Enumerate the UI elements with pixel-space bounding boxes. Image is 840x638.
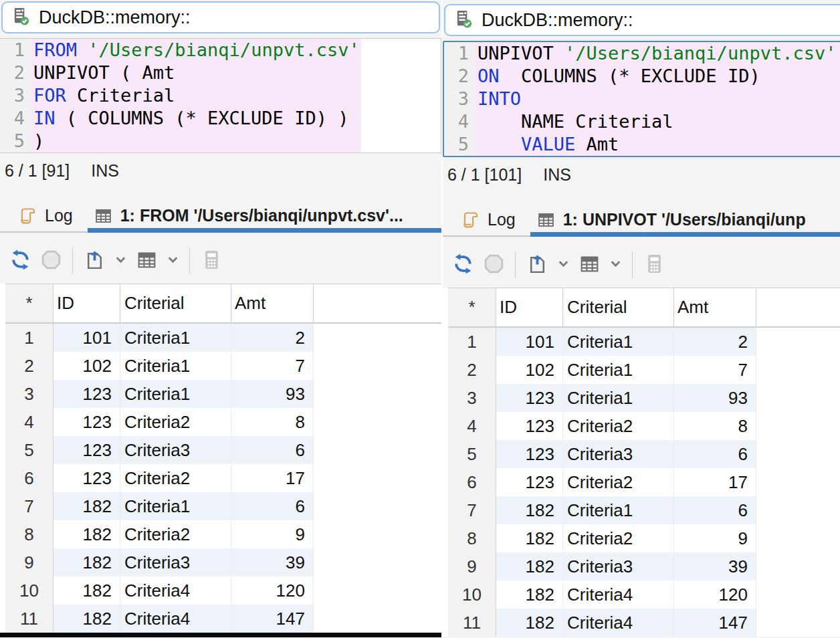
view-options-button[interactable] (133, 247, 160, 274)
cell[interactable]: 8 (231, 408, 314, 436)
sql-editor[interactable]: 1UNPIVOT '/Users/bianqi/unpvt.csv'2ON CO… (443, 41, 840, 157)
cell[interactable]: Criteria2 (563, 412, 674, 440)
cell[interactable]: Criteria1 (563, 328, 674, 356)
column-header-rows[interactable]: * (448, 288, 496, 326)
row-number[interactable]: 7 (448, 496, 496, 524)
export-options-button[interactable] (112, 247, 129, 274)
tab-log[interactable]: Log (0, 198, 88, 233)
refresh-button[interactable] (449, 251, 476, 278)
row-number[interactable]: 8 (5, 520, 54, 548)
cell[interactable]: 123 (54, 380, 120, 408)
cell[interactable]: 102 (496, 356, 563, 384)
cell[interactable]: Criteria1 (120, 492, 231, 520)
cell[interactable]: 39 (231, 548, 314, 576)
cell[interactable]: 182 (496, 496, 563, 524)
cell[interactable]: Criteria1 (120, 352, 231, 380)
cell[interactable]: Criteria1 (563, 496, 674, 524)
connection-selector[interactable]: DuckDB::memory:: (1, 1, 440, 33)
column-header-rows[interactable]: * (5, 284, 54, 322)
row-number[interactable]: 10 (5, 576, 54, 605)
column-header-id[interactable]: ID (54, 284, 120, 322)
cell[interactable]: 123 (54, 436, 120, 464)
row-number[interactable]: 6 (5, 464, 54, 492)
refresh-button[interactable] (7, 247, 33, 274)
cell[interactable]: Criteria2 (563, 524, 674, 552)
cell[interactable]: 102 (54, 352, 120, 380)
cell[interactable]: 9 (674, 524, 756, 552)
row-number[interactable]: 9 (448, 552, 496, 580)
cell[interactable]: 93 (231, 380, 314, 408)
cell[interactable]: 93 (674, 384, 756, 412)
cell[interactable]: Criteria4 (120, 576, 231, 605)
row-number[interactable]: 3 (5, 380, 54, 408)
cell[interactable]: 101 (496, 328, 563, 356)
cell[interactable]: Criteria3 (120, 548, 231, 576)
cell[interactable]: 39 (674, 552, 756, 580)
cell[interactable]: 7 (674, 356, 756, 384)
cell[interactable]: Criteria2 (120, 408, 231, 436)
row-number[interactable]: 4 (5, 408, 54, 436)
row-number[interactable]: 3 (448, 384, 496, 412)
column-header-criterial[interactable]: Criterial (563, 288, 674, 326)
cell[interactable]: 123 (54, 408, 120, 436)
cell[interactable]: 6 (674, 440, 756, 468)
cell[interactable]: Criteria1 (563, 384, 674, 412)
cell[interactable]: 9 (231, 520, 314, 548)
tab-result-1[interactable]: 1: UNPIVOT '/Users/bianqi/unp (530, 202, 840, 237)
cell[interactable]: 120 (231, 576, 314, 605)
export-options-button[interactable] (554, 251, 572, 278)
cell[interactable]: 182 (54, 548, 120, 576)
row-number[interactable]: 7 (5, 492, 54, 520)
tab-log[interactable]: Log (443, 202, 530, 237)
column-header-criterial[interactable]: Criterial (120, 284, 231, 322)
row-number[interactable]: 6 (448, 468, 496, 496)
cell[interactable]: 182 (54, 520, 120, 548)
cell[interactable]: Criteria2 (120, 520, 231, 548)
cell[interactable]: 182 (54, 576, 120, 605)
cell[interactable]: 182 (496, 609, 563, 637)
row-number[interactable]: 1 (5, 324, 54, 352)
cell[interactable]: 123 (496, 440, 563, 468)
cell[interactable]: Criteria4 (120, 605, 231, 633)
cell[interactable]: 182 (54, 492, 120, 520)
view-options-button[interactable] (576, 251, 603, 278)
cell[interactable]: Criteria2 (563, 468, 674, 496)
cell[interactable]: 182 (496, 580, 563, 609)
row-number[interactable]: 5 (448, 440, 496, 468)
aggregate-button[interactable] (641, 251, 667, 278)
view-options-more-button[interactable] (164, 247, 181, 274)
cell[interactable]: 147 (231, 605, 314, 633)
cell[interactable]: 101 (54, 324, 120, 352)
view-options-more-button[interactable] (607, 251, 624, 278)
cell[interactable]: Criteria4 (563, 609, 674, 637)
tab-result-1[interactable]: 1: FROM '/Users/bianqi/unpvt.csv'... (88, 198, 441, 233)
cell[interactable]: 182 (54, 605, 120, 633)
cell[interactable]: Criteria3 (563, 440, 674, 468)
connection-selector[interactable]: DuckDB::memory:: (444, 4, 840, 36)
sql-editor[interactable]: 1FROM '/Users/bianqi/unpvt.csv'2UNPIVOT … (0, 38, 441, 153)
cell[interactable]: 123 (54, 464, 120, 492)
cell[interactable]: 6 (231, 492, 314, 520)
cell[interactable]: Criteria3 (120, 436, 231, 464)
column-header-id[interactable]: ID (496, 288, 563, 326)
aggregate-button[interactable] (198, 247, 225, 274)
cell[interactable]: Criteria2 (120, 464, 231, 492)
cell[interactable]: 123 (496, 468, 563, 496)
row-number[interactable]: 11 (448, 609, 496, 637)
cell[interactable]: 17 (674, 468, 756, 496)
row-number[interactable]: 4 (448, 412, 496, 440)
row-number[interactable]: 1 (448, 328, 496, 356)
cell[interactable]: 2 (231, 324, 314, 352)
cell[interactable]: Criteria1 (120, 380, 231, 408)
row-number[interactable]: 2 (448, 356, 496, 384)
column-header-amt[interactable]: Amt (674, 288, 756, 326)
row-number[interactable]: 5 (5, 436, 54, 464)
cell[interactable]: 6 (674, 496, 756, 524)
cell[interactable]: 182 (496, 552, 563, 580)
export-button[interactable] (81, 247, 108, 274)
row-number[interactable]: 2 (5, 352, 54, 380)
cell[interactable]: Criteria3 (563, 552, 674, 580)
row-number[interactable]: 9 (5, 548, 54, 576)
row-number[interactable]: 8 (448, 524, 496, 552)
cell[interactable]: 147 (674, 609, 756, 637)
